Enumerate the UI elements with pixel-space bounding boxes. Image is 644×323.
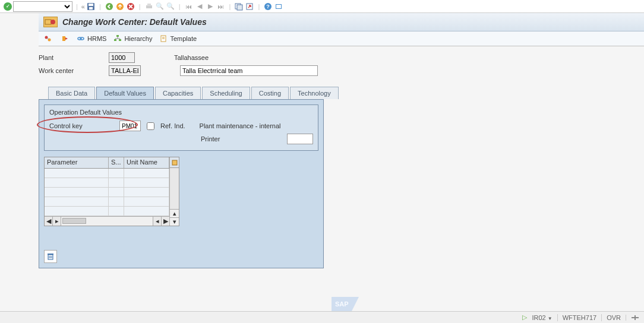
plant-label: Plant [39, 54, 105, 61]
template-icon [159, 34, 168, 43]
printer-label: Printer [201, 135, 226, 142]
svg-rect-24 [114, 39, 116, 41]
tab-default-values[interactable]: Default Values [96, 87, 154, 99]
col-parameter[interactable]: Parameter [45, 157, 109, 168]
col-unit[interactable]: Unit Name [124, 157, 169, 168]
workcenter-field[interactable] [109, 65, 141, 76]
workcenter-label: Work center [39, 67, 105, 74]
scroll-right-icon[interactable]: ▶ [161, 217, 169, 226]
exit-icon[interactable] [115, 2, 125, 11]
tab-basic-data[interactable]: Basic Data [48, 87, 95, 99]
tab-strip: Basic Data Default Values Capacities Sch… [48, 87, 639, 99]
separator: | [179, 3, 181, 10]
scroll-left2-icon[interactable]: ▸ [53, 217, 61, 226]
tab-scheduling[interactable]: Scheduling [202, 87, 250, 99]
control-key-row: Control key Ref. Ind. Plant maintenance … [49, 119, 313, 132]
status-host: WFTEH717 [557, 314, 596, 321]
hierarchy-icon [113, 34, 122, 43]
new-session-icon[interactable] [234, 2, 244, 11]
prev-page-icon: ◀ [195, 2, 204, 11]
workcenter-desc-field[interactable] [180, 65, 318, 76]
col-std[interactable]: S... [109, 157, 124, 168]
group-title: Operation Default Values [49, 107, 313, 119]
svg-point-3 [106, 3, 113, 10]
svg-rect-20 [62, 36, 65, 41]
svg-text:?: ? [267, 4, 270, 10]
system-toolbar: ✓ | « | | 🔍 🔍 | ⏮ ◀ ▶ ⏭ | | ? [0, 0, 644, 13]
hrms-label: HRMS [87, 35, 106, 42]
svg-rect-14 [276, 5, 281, 8]
vertical-scrollbar[interactable]: ▴ ▾ [169, 157, 179, 226]
next-page-icon: ▶ [206, 2, 215, 11]
table-row[interactable] [45, 197, 169, 207]
separator: | [258, 3, 260, 10]
sap-logo: SAP [332, 297, 359, 311]
chevron-left-icon[interactable]: « [81, 3, 85, 10]
scroll-track[interactable] [170, 168, 179, 209]
hierarchy-label: Hierarchy [124, 35, 152, 42]
table-header: Parameter S... Unit Name [45, 157, 169, 169]
expand-icon[interactable]: ▷ [522, 314, 527, 321]
object-icon [43, 17, 58, 27]
application-toolbar: HRMS Hierarchy Template [39, 31, 644, 46]
svg-rect-42 [634, 315, 636, 320]
scroll-track[interactable] [61, 217, 153, 226]
attach-icon[interactable] [43, 34, 53, 43]
configure-icon[interactable] [170, 157, 179, 168]
tab-panel: Operation Default Values Control key Ref… [39, 99, 324, 268]
command-field[interactable] [13, 1, 72, 12]
save-icon[interactable] [86, 2, 96, 11]
printer-row: Printer [49, 132, 313, 145]
svg-rect-38 [48, 254, 53, 255]
table-row[interactable] [45, 178, 169, 188]
svg-rect-33 [172, 160, 177, 165]
help-icon[interactable]: ? [263, 2, 273, 11]
scroll-up-icon[interactable]: ▴ [170, 209, 179, 217]
back-icon[interactable] [105, 2, 114, 11]
control-key-desc: Plant maintenance - internal [200, 122, 281, 129]
table-row[interactable] [45, 188, 169, 197]
tab-technology[interactable]: Technology [290, 87, 339, 99]
plant-row: Plant Tallahassee [39, 51, 639, 64]
page-title-bar: Change Work Center: Default Values [39, 13, 644, 31]
svg-point-22 [80, 37, 84, 40]
delete-button[interactable] [44, 250, 57, 263]
hrms-button[interactable]: HRMS [77, 34, 106, 43]
status-bar: ▷ IR02 ▼ WFTEH717 OVR [0, 311, 644, 323]
attach2-icon[interactable] [60, 34, 70, 43]
plant-description: Tallahassee [174, 54, 312, 61]
separator: | [229, 3, 231, 10]
table-row[interactable] [45, 207, 169, 216]
hierarchy-button[interactable]: Hierarchy [113, 34, 152, 43]
cancel-icon[interactable] [126, 2, 135, 11]
tab-costing[interactable]: Costing [251, 87, 289, 99]
svg-rect-23 [116, 35, 119, 37]
shortcut-icon[interactable] [245, 2, 254, 11]
printer-field[interactable] [287, 134, 313, 144]
svg-rect-25 [119, 39, 121, 41]
first-page-icon: ⏮ [184, 2, 194, 11]
page-title: Change Work Center: Default Values [62, 17, 207, 27]
scroll-right2-icon[interactable]: ◂ [153, 217, 161, 226]
scroll-thumb[interactable] [62, 218, 86, 224]
link-icon [77, 34, 85, 43]
status-tcode: IR02 ▼ [532, 314, 552, 321]
ref-ind-checkbox[interactable] [147, 122, 154, 130]
print-icon [144, 2, 154, 11]
scroll-down-icon[interactable]: ▾ [170, 217, 179, 226]
horizontal-scrollbar[interactable]: ◀ ▸ ◂ ▶ [45, 216, 169, 226]
table-row[interactable] [45, 169, 169, 178]
plant-field[interactable] [109, 52, 135, 63]
svg-rect-2 [89, 7, 93, 10]
scroll-left-icon[interactable]: ◀ [45, 217, 53, 226]
status-extra-icon[interactable] [626, 315, 639, 321]
tab-capacities[interactable]: Capacities [155, 87, 201, 99]
layout-icon[interactable] [274, 2, 283, 11]
svg-rect-15 [45, 20, 51, 24]
last-page-icon: ⏭ [216, 2, 226, 11]
template-button[interactable]: Template [159, 34, 197, 43]
workcenter-description [180, 65, 318, 76]
control-key-field[interactable] [119, 121, 141, 131]
operation-defaults-group: Operation Default Values Control key Ref… [44, 104, 318, 151]
separator: | [139, 3, 141, 10]
